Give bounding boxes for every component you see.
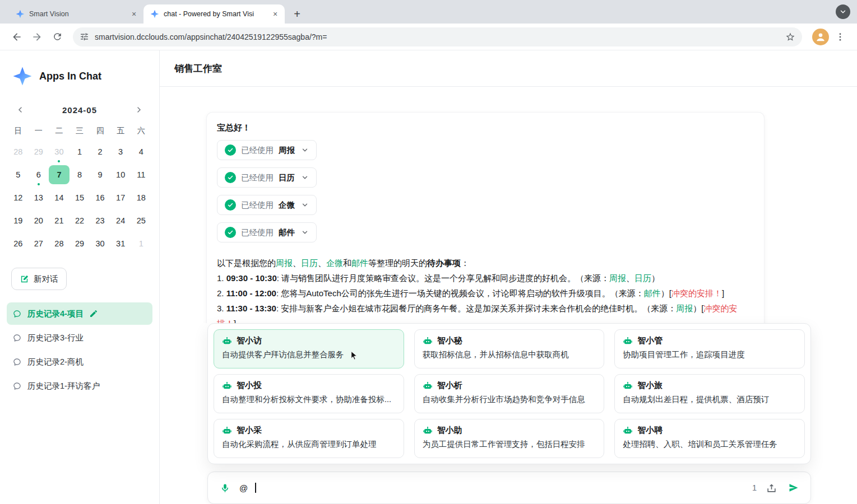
source-link[interactable]: 周报 (676, 304, 693, 313)
chat-input[interactable]: @ (239, 483, 248, 493)
calendar-day[interactable]: 1 (70, 142, 90, 161)
used-source-pill[interactable]: 已经使用周报 (217, 140, 317, 160)
agent-card[interactable]: 智小析自动收集并分析行业市场趋势和竞争对手信息 (414, 374, 605, 413)
tab-close-icon[interactable]: × (270, 9, 280, 19)
calendar-day[interactable]: 19 (8, 211, 29, 230)
source-link[interactable]: 邮件 (351, 258, 368, 268)
calendar-prev-icon[interactable] (12, 102, 28, 118)
microphone-icon[interactable] (217, 480, 233, 496)
upload-icon[interactable] (763, 480, 779, 496)
calendar-day[interactable]: 8 (70, 165, 90, 184)
robot-icon (623, 336, 633, 346)
calendar-event-dot (58, 160, 60, 162)
forward-button[interactable] (28, 28, 46, 46)
calendar-day[interactable]: 31 (110, 234, 131, 253)
calendar-day[interactable]: 17 (110, 188, 131, 207)
calendar-day[interactable]: 16 (90, 188, 110, 207)
history-item[interactable]: 历史记录1-拜访客户 (7, 375, 152, 397)
tab-title: chat - Powered by Smart Visi (164, 10, 266, 18)
calendar-day[interactable]: 13 (29, 188, 49, 207)
history-item[interactable]: 历史记录4-项目 (7, 302, 152, 325)
source-link[interactable]: 周报 (276, 258, 293, 268)
calendar-day[interactable]: 14 (49, 188, 70, 207)
edit-pencil-icon[interactable] (89, 309, 98, 318)
calendar-day[interactable]: 15 (70, 188, 90, 207)
browser-menu-button[interactable] (831, 28, 849, 46)
calendar-day[interactable]: 5 (8, 165, 29, 184)
agent-card[interactable]: 智小投自动整理和分析投标文件要求，协助准备投标... (214, 374, 404, 413)
send-icon[interactable] (786, 480, 802, 496)
calendar-day[interactable]: 10 (110, 165, 131, 184)
site-controls-icon[interactable] (80, 32, 89, 41)
chat-area[interactable]: 宝总好！ 已经使用周报已经使用日历已经使用企微已经使用邮件 以下是根据您的周报、… (160, 87, 857, 323)
calendar-day[interactable]: 24 (110, 211, 131, 230)
pill-prefix-label: 已经使用 (241, 172, 274, 183)
calendar-day[interactable]: 22 (70, 211, 90, 230)
calendar-day[interactable]: 27 (29, 234, 49, 253)
used-source-pill[interactable]: 已经使用日历 (217, 167, 317, 188)
source-link[interactable]: 邮件 (644, 288, 661, 298)
calendar-day-grid: 2829301234567891011121314151617181920212… (8, 142, 151, 253)
calendar-day-selected[interactable]: 7 (49, 165, 70, 184)
back-button[interactable] (8, 28, 26, 46)
calendar-day[interactable]: 9 (90, 165, 110, 184)
calendar-weekday-row: 日一二三四五六 (8, 123, 151, 138)
agent-name: 智小管 (637, 335, 663, 346)
calendar-day[interactable]: 30 (90, 234, 110, 253)
text-segment: 、 (318, 258, 326, 268)
calendar-day[interactable]: 6 (29, 165, 49, 184)
source-link[interactable]: 企微 (326, 258, 343, 268)
reload-button[interactable] (48, 28, 66, 46)
calendar-day[interactable]: 18 (131, 188, 151, 207)
agent-card[interactable]: 智小旅自动规划出差日程，提供机票、酒店预订 (614, 374, 805, 413)
calendar-day[interactable]: 30 (49, 142, 70, 161)
browser-tab-active[interactable]: chat - Powered by Smart Visi × (143, 4, 285, 24)
agent-description: 处理招聘、入职、培训和员工关系管理任务 (623, 439, 796, 450)
used-source-pill[interactable]: 已经使用企微 (217, 195, 317, 215)
calendar-day[interactable]: 2 (90, 142, 110, 161)
calendar-day[interactable]: 25 (131, 211, 151, 230)
tab-favicon-icon (150, 10, 159, 18)
agent-card[interactable]: 智小秘获取招标信息，并从招标信息中获取商机 (414, 329, 605, 368)
chat-input-bar[interactable]: @ 1 (207, 472, 811, 504)
source-link[interactable]: 周报 (609, 273, 626, 283)
history-item-label: 历史记录2-商机 (27, 357, 84, 367)
calendar-next-icon[interactable] (131, 102, 147, 118)
tab-close-icon[interactable]: × (129, 9, 139, 19)
profile-avatar[interactable] (812, 29, 829, 45)
calendar-day[interactable]: 1 (131, 234, 151, 253)
agent-card[interactable]: 智小采自动化采购流程，从供应商管理到订单处理 (214, 419, 404, 458)
calendar-day[interactable]: 20 (29, 211, 49, 230)
calendar-day[interactable]: 3 (110, 142, 131, 161)
agent-card[interactable]: 智小访自动提供客户拜访信息并整合服务 (214, 329, 404, 368)
calendar-day[interactable]: 29 (29, 142, 49, 161)
calendar-day[interactable]: 21 (49, 211, 70, 230)
calendar-day[interactable]: 12 (8, 188, 29, 207)
agent-card[interactable]: 智小管协助项目管理工作，追踪项目进度 (614, 329, 805, 368)
calendar-day[interactable]: 4 (131, 142, 151, 161)
history-item[interactable]: 历史记录3-行业 (7, 326, 152, 349)
agent-card[interactable]: 智小聘处理招聘、入职、培训和员工关系管理任务 (614, 419, 805, 458)
calendar-day[interactable]: 23 (90, 211, 110, 230)
new-chat-button[interactable]: 新对话 (11, 268, 67, 290)
calendar-day[interactable]: 11 (131, 165, 151, 184)
calendar-day[interactable]: 26 (8, 234, 29, 253)
agent-description: 自动规划出差日程，提供机票、酒店预订 (623, 394, 796, 405)
todo-list: 1. 09:30 - 10:30: 请与销售团队进行月度策略审查会议。这是一个分… (217, 270, 754, 323)
chevron-down-icon (301, 146, 309, 154)
history-item[interactable]: 历史记录2-商机 (7, 351, 152, 373)
calendar-day[interactable]: 28 (8, 142, 29, 161)
calendar-day[interactable]: 29 (70, 234, 90, 253)
calendar-day[interactable]: 28 (49, 234, 70, 253)
tab-search-button[interactable] (836, 4, 850, 19)
bookmark-star-icon[interactable] (785, 32, 795, 42)
history-item-label: 历史记录3-行业 (27, 333, 84, 343)
new-tab-button[interactable]: + (289, 6, 305, 22)
source-link[interactable]: 日历 (301, 258, 318, 268)
url-bar[interactable]: smartvision.dcclouds.com/appsinchat/2404… (73, 27, 802, 46)
agent-card-header: 智小聘 (623, 425, 796, 436)
used-source-pill[interactable]: 已经使用邮件 (217, 222, 317, 242)
agent-card[interactable]: 智小助为员工提供日常工作管理支持，包括日程安排 (414, 419, 605, 458)
source-link[interactable]: 日历 (634, 273, 651, 283)
browser-tab[interactable]: Smart Vision × (9, 4, 143, 24)
